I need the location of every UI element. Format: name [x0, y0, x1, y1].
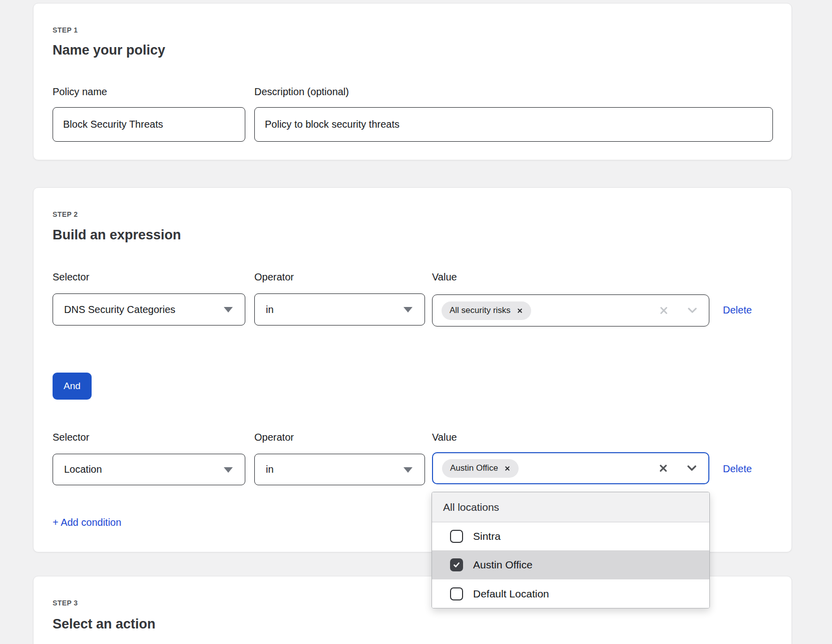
remove-tag-icon[interactable]: [517, 307, 523, 314]
and-button[interactable]: And: [53, 373, 92, 400]
caret-down-icon: [224, 467, 233, 473]
selector-dropdown[interactable]: DNS Security Categories: [53, 293, 245, 326]
checkbox[interactable]: [450, 530, 463, 543]
selector-dropdown[interactable]: Location: [53, 454, 245, 485]
selector-column-label: Selector: [53, 431, 89, 443]
step2-title: Build an expression: [53, 227, 181, 243]
policy-name-label: Policy name: [53, 86, 107, 98]
check-icon: [453, 561, 461, 569]
caret-down-icon: [403, 467, 412, 473]
step1-card: STEP 1 Name your policy Policy name Desc…: [33, 3, 792, 160]
step1-label: STEP 1: [53, 24, 78, 36]
step3-label: STEP 3: [53, 597, 78, 609]
caret-down-icon: [403, 307, 412, 312]
value-tag: Austin Office: [442, 459, 519, 478]
operator-column-label: Operator: [254, 271, 294, 283]
operator-dropdown[interactable]: in: [254, 454, 425, 485]
step2-label: STEP 2: [53, 208, 78, 220]
policy-builder-page: STEP 1 Name your policy Policy name Desc…: [0, 0, 832, 644]
operator-dropdown[interactable]: in: [254, 293, 425, 326]
clear-values-icon[interactable]: [657, 462, 669, 474]
value-column-label: Value: [432, 431, 457, 443]
value-column-label: Value: [432, 271, 457, 283]
operator-column-label: Operator: [254, 431, 294, 443]
dropdown-option-sintra[interactable]: Sintra: [432, 522, 709, 551]
description-label: Description (optional): [254, 86, 349, 98]
checkbox[interactable]: [450, 587, 463, 600]
value-multiselect-focused[interactable]: Austin Office: [432, 452, 709, 484]
dropdown-option-austin-office[interactable]: Austin Office: [432, 551, 709, 579]
caret-down-icon: [224, 307, 233, 312]
delete-condition-link[interactable]: Delete: [723, 463, 752, 475]
description-input[interactable]: [254, 107, 773, 142]
dropdown-option-default-location[interactable]: Default Location: [432, 579, 709, 608]
chevron-down-icon[interactable]: [685, 462, 698, 475]
chevron-down-icon[interactable]: [686, 304, 699, 317]
value-tag: All security risks: [442, 301, 531, 320]
delete-condition-link[interactable]: Delete: [723, 304, 752, 316]
clear-values-icon[interactable]: [658, 304, 670, 316]
remove-tag-icon[interactable]: [504, 465, 511, 472]
add-condition-link[interactable]: + Add condition: [53, 516, 121, 528]
value-options-dropdown: All locations Sintra Austin Office Defau…: [432, 492, 710, 608]
value-multiselect[interactable]: All security risks: [432, 294, 709, 327]
step1-title: Name your policy: [53, 42, 165, 58]
policy-name-input[interactable]: [53, 107, 245, 142]
dropdown-group-header: All locations: [432, 492, 709, 522]
checkbox[interactable]: [450, 558, 463, 571]
step3-title: Select an action: [53, 616, 156, 632]
selector-column-label: Selector: [53, 271, 89, 283]
